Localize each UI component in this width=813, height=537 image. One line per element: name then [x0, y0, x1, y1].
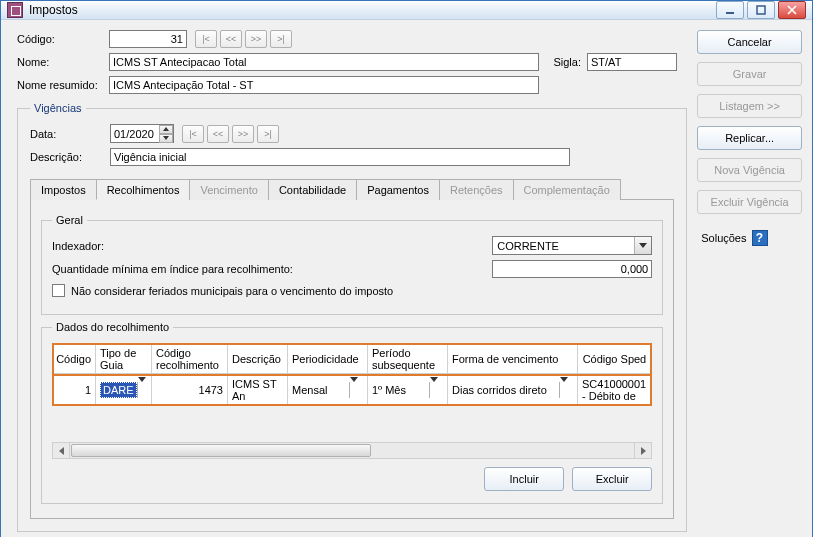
label-feriados: Não considerar feriados municipais para … — [71, 285, 393, 297]
vig-nav-prev-button[interactable]: << — [207, 125, 229, 143]
label-sigla: Sigla: — [539, 56, 587, 68]
dados-recolhimento-group: Dados do recolhimento Código Tipo de Gui… — [41, 321, 663, 504]
cell-periodo-subsequente[interactable]: 1º Mês — [368, 376, 448, 404]
tab-complementacao: Complementação — [513, 179, 621, 200]
app-icon — [7, 2, 23, 18]
dados-recolhimento-legend: Dados do recolhimento — [52, 321, 173, 333]
table-header-row: Código Tipo de Guia Código recolhimento … — [54, 345, 650, 374]
scroll-right-icon[interactable] — [634, 443, 651, 458]
maximize-button[interactable] — [747, 1, 775, 19]
nav-prev-button[interactable]: << — [220, 30, 242, 48]
svg-rect-0 — [726, 12, 734, 14]
tab-recolhimentos[interactable]: Recolhimentos — [96, 179, 191, 200]
vig-nav-next-button[interactable]: >> — [232, 125, 254, 143]
indexador-combo[interactable]: CORRENTE — [492, 236, 652, 255]
label-descricao: Descrição: — [30, 151, 110, 163]
tab-body-recolhimentos: Geral Indexador: CORRENTE Quantidade mín… — [30, 200, 674, 519]
col-codigo-recolhimento[interactable]: Código recolhimento — [152, 345, 228, 373]
label-nome: Nome: — [17, 56, 109, 68]
chevron-down-icon — [429, 382, 443, 398]
chevron-down-icon — [634, 237, 651, 254]
cell-codigo-recolhimento[interactable]: 1473 — [152, 376, 228, 404]
gravar-button: Gravar — [697, 62, 802, 86]
tab-impostos[interactable]: Impostos — [30, 179, 97, 200]
tab-vencimento: Vencimento — [189, 179, 268, 200]
col-periodo-subsequente[interactable]: Período subsequente — [368, 345, 448, 373]
help-icon[interactable]: ? — [752, 230, 768, 246]
vigencias-group: Vigências Data: |< << >> >| — [17, 102, 687, 532]
label-quantidade: Quantidade mínima em índice para recolhi… — [52, 263, 492, 275]
excluir-button[interactable]: Excluir — [572, 467, 652, 491]
chevron-down-icon — [137, 382, 147, 398]
col-forma-vencimento[interactable]: Forma de vencimento — [448, 345, 578, 373]
incluir-button[interactable]: Incluir — [484, 467, 564, 491]
horizontal-scrollbar[interactable] — [52, 442, 652, 459]
solucoes-link[interactable]: Soluções — [701, 232, 746, 244]
cell-codigo[interactable]: 1 — [54, 376, 96, 404]
nav-next-button[interactable]: >> — [245, 30, 267, 48]
geral-legend: Geral — [52, 214, 87, 226]
cell-tipo-guia[interactable]: DARE — [96, 376, 152, 404]
cell-forma-vencimento[interactable]: Dias corridos direto — [448, 376, 578, 404]
tab-pagamentos[interactable]: Pagamentos — [356, 179, 440, 200]
label-codigo: Código: — [17, 33, 109, 45]
window-title: Impostos — [29, 3, 713, 17]
tab-retencoes: Retenções — [439, 179, 514, 200]
col-descricao[interactable]: Descrição — [228, 345, 288, 373]
nav-last-button[interactable]: >| — [270, 30, 292, 48]
nome-field[interactable] — [109, 53, 539, 71]
cancelar-button[interactable]: Cancelar — [697, 30, 802, 54]
label-indexador: Indexador: — [52, 240, 492, 252]
close-button[interactable] — [778, 1, 806, 19]
recolhimento-table: Código Tipo de Guia Código recolhimento … — [52, 343, 652, 406]
col-codigo[interactable]: Código — [54, 345, 96, 373]
codigo-field[interactable] — [109, 30, 187, 48]
scroll-thumb[interactable] — [71, 444, 371, 457]
tab-contabilidade[interactable]: Contabilidade — [268, 179, 357, 200]
table-row[interactable]: 1 DARE 1473 ICMS ST An Mensal — [54, 374, 650, 404]
cell-descricao[interactable]: ICMS ST An — [228, 376, 288, 404]
vig-nav-last-button[interactable]: >| — [257, 125, 279, 143]
quantidade-field[interactable] — [492, 260, 652, 278]
col-tipo-guia[interactable]: Tipo de Guia — [96, 345, 152, 373]
svg-rect-1 — [757, 6, 765, 14]
nome-resumido-field[interactable] — [109, 76, 539, 94]
cell-codigo-sped[interactable]: SC41000001 - Débito de — [578, 376, 650, 404]
data-spin-up[interactable] — [159, 125, 173, 134]
nova-vigencia-button: Nova Vigência — [697, 158, 802, 182]
replicar-button[interactable]: Replicar... — [697, 126, 802, 150]
data-field[interactable] — [110, 124, 174, 143]
scroll-left-icon[interactable] — [53, 443, 70, 458]
label-nome-resumido: Nome resumido: — [17, 79, 109, 91]
chevron-down-icon — [559, 382, 573, 398]
vig-nav-first-button[interactable]: |< — [182, 125, 204, 143]
impostos-window: Impostos Código: |< << >> >| — [0, 0, 813, 537]
side-button-bar: Cancelar Gravar Listagem >> Replicar... … — [697, 20, 812, 537]
label-data: Data: — [30, 128, 110, 140]
chevron-down-icon — [349, 382, 363, 398]
geral-group: Geral Indexador: CORRENTE Quantidade mín… — [41, 214, 663, 315]
feriados-checkbox[interactable] — [52, 284, 65, 297]
tab-bar: Impostos Recolhimentos Vencimento Contab… — [30, 178, 674, 200]
titlebar: Impostos — [1, 1, 812, 20]
minimize-button[interactable] — [716, 1, 744, 19]
vigencias-legend: Vigências — [30, 102, 86, 114]
data-spin-down[interactable] — [159, 134, 173, 143]
nav-first-button[interactable]: |< — [195, 30, 217, 48]
col-codigo-sped[interactable]: Código Sped — [578, 345, 650, 373]
col-periodicidade[interactable]: Periodicidade — [288, 345, 368, 373]
descricao-field[interactable] — [110, 148, 570, 166]
sigla-field[interactable] — [587, 53, 677, 71]
listagem-button: Listagem >> — [697, 94, 802, 118]
cell-periodicidade[interactable]: Mensal — [288, 376, 368, 404]
excluir-vigencia-button: Excluir Vigência — [697, 190, 802, 214]
